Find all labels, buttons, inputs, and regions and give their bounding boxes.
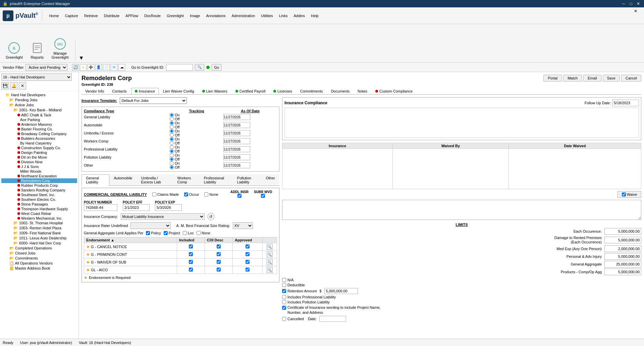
includes-professional-checkbox[interactable] <box>282 295 286 299</box>
portal-button[interactable]: Portal <box>543 75 562 81</box>
gl-on-radio-label[interactable]: On <box>170 113 223 117</box>
prim-coi-checkbox[interactable] <box>217 252 221 256</box>
menu-distribute[interactable]: Distribute <box>101 13 122 18</box>
general-aggregate-input[interactable] <box>604 261 641 268</box>
menu-greenlight[interactable]: Greenlight <box>164 13 186 18</box>
na-checkbox[interactable] <box>282 278 286 282</box>
go-button[interactable]: Go <box>212 64 221 71</box>
med-exp-input[interactable] <box>604 245 641 252</box>
umbrella-on-radio[interactable] <box>170 129 174 133</box>
tab-custom-compliance[interactable]: Custom Compliance <box>372 88 416 94</box>
filter-add-button[interactable]: ➕ <box>88 64 94 71</box>
cancel-included-checkbox[interactable] <box>189 244 193 248</box>
prof-on-radio[interactable] <box>170 145 174 149</box>
products-comp-input[interactable] <box>604 269 641 275</box>
policy-number-input[interactable] <box>84 204 117 211</box>
sidebar-item-baxter[interactable]: Baxter Flooring Co. <box>1 127 77 131</box>
menu-administration[interactable]: Administration <box>229 13 258 18</box>
subtab-workers-comp[interactable]: Workers Comp <box>173 174 199 185</box>
aico-coi-checkbox[interactable] <box>217 268 221 272</box>
menu-links[interactable]: Links <box>276 13 290 18</box>
sidebar-item-sanders[interactable]: Sanders Roofing Company <box>1 188 77 192</box>
occur-label[interactable]: Occur <box>184 192 199 196</box>
sidebar-item-anderson[interactable]: Anderson Masonry <box>1 122 77 127</box>
reports-toolbar-button[interactable]: Reports <box>27 40 47 61</box>
sidebar-item-1002[interactable]: 📂 1002- St. Thomas Hospital <box>1 221 77 226</box>
ins-company-select[interactable]: Mutual Liability Insurance <box>121 213 205 220</box>
menu-capture[interactable]: Capture <box>62 13 81 18</box>
prim-approved-checkbox[interactable] <box>246 252 250 256</box>
gl-off-radio[interactable] <box>170 117 174 121</box>
cancel-search-button[interactable]: 🔍 <box>267 244 273 250</box>
sidebar-item-northwest[interactable]: Northwest Excavation <box>1 174 77 178</box>
ins-company-refresh-button[interactable]: ↺ <box>207 213 215 220</box>
sidebar-item-design[interactable]: Design Painting <box>1 150 77 155</box>
menu-addins[interactable]: Addins <box>291 13 308 18</box>
personal-adv-input[interactable] <box>604 253 641 260</box>
sidebar-item-jj[interactable]: J J & Sons <box>1 164 77 169</box>
sidebar-item-closed[interactable]: 📂 Closed Jobs <box>1 251 77 256</box>
menu-apflow[interactable]: APFlow <box>123 13 141 18</box>
sidebar-item-builders[interactable]: Builders Accessories <box>1 136 77 141</box>
gl-off-radio-label[interactable]: Off <box>170 117 223 121</box>
prim-included-checkbox[interactable] <box>189 252 193 256</box>
sidebar-item-stone[interactable]: Stone Passages <box>1 202 77 207</box>
loc-agg-label[interactable]: Loc <box>183 231 194 235</box>
poll-off-radio[interactable] <box>170 157 174 161</box>
close-button[interactable]: ✕ <box>635 1 641 7</box>
sidebar-item-1001[interactable]: 📂 1001- Key Bank - Midland <box>1 108 77 113</box>
umbrella-off-radio[interactable] <box>170 133 174 137</box>
professional-date-input[interactable] <box>223 146 250 152</box>
vendor-dropdown[interactable]: 16 - Hard Hat Developers <box>1 73 72 81</box>
waiver-coi-checkbox[interactable] <box>217 260 221 264</box>
subtab-other[interactable]: Other <box>261 174 279 185</box>
filter-alert-button[interactable]: ⚠ <box>80 64 87 71</box>
gl-on-radio[interactable] <box>170 113 174 117</box>
prof-off-radio[interactable] <box>170 149 174 153</box>
menu-help[interactable]: Help <box>308 13 321 18</box>
sidebar-item-dit[interactable]: Dit on the Move <box>1 155 77 160</box>
retention-amount-input[interactable] <box>324 288 358 294</box>
none-checkbox[interactable] <box>204 192 208 196</box>
menu-home[interactable]: Home <box>46 13 61 18</box>
tab-documents[interactable]: Documents <box>327 88 354 94</box>
sidebar-item-1003[interactable]: 📂 1003- Renton Hotel Plaza <box>1 226 77 231</box>
sidebar-item-construction[interactable]: Construction Supply Co. <box>1 146 77 150</box>
sidebar-item-master[interactable]: 📒 Master Address Book <box>1 266 77 271</box>
poll-on-radio[interactable] <box>170 153 174 157</box>
tab-notes[interactable]: Notes <box>354 88 371 94</box>
filter-document-button[interactable]: 📄 <box>103 64 110 71</box>
sidebar-item-byhand[interactable]: By Hand Carpentry <box>1 141 77 146</box>
sidebar-save-button[interactable]: 💾 <box>1 82 9 90</box>
gl-date-input[interactable] <box>223 114 250 120</box>
ins-rater-select[interactable] <box>130 222 171 229</box>
match-button[interactable]: Match <box>563 75 582 81</box>
tab-vendor-info[interactable]: Vendor Info <box>82 88 108 94</box>
prof-off-radio-label[interactable]: Off <box>170 149 223 153</box>
workers-on-radio-label[interactable]: On <box>170 137 223 141</box>
workers-off-radio[interactable] <box>170 141 174 145</box>
none-label[interactable]: None <box>204 192 218 196</box>
umbrella-off-radio-label[interactable]: Off <box>170 133 223 137</box>
policy-agg-checkbox[interactable] <box>146 231 150 235</box>
waiver-search-button[interactable]: 🔍 <box>267 259 273 265</box>
sidebar-item-division[interactable]: Division Nine <box>1 160 77 164</box>
tab-licenses[interactable]: Licenses <box>270 88 296 94</box>
policy-agg-label[interactable]: Policy <box>146 231 161 235</box>
sidebar-item-miller[interactable]: Miller Woods <box>1 169 77 174</box>
goto-search-button[interactable]: 🔍 <box>195 64 204 71</box>
sidebar-item-allops[interactable]: 📋 All Operations Vendors <box>1 261 77 266</box>
other-date-input[interactable] <box>223 162 250 168</box>
menu-utilities[interactable]: Utilities <box>258 13 275 18</box>
filter-cloud-button[interactable]: ☁ <box>118 64 125 71</box>
auto-off-radio[interactable] <box>170 125 174 129</box>
menu-docroute[interactable]: DocRoute <box>142 13 163 18</box>
sidebar-item-southeast[interactable]: Southeast Steel, Inc. <box>1 192 77 197</box>
sidebar-item-hard-hat[interactable]: 📁 Hard Hat Developers <box>1 93 77 98</box>
menu-annotations[interactable]: Annotations <box>203 13 228 18</box>
sidebar-item-pending[interactable]: 📂 Pending Jobs <box>1 98 77 103</box>
other-off-radio-label[interactable]: Off <box>170 165 223 169</box>
sidebar-item-southern[interactable]: Southern Electric Co. <box>1 197 77 202</box>
insurance-template-select[interactable]: Default For Jobs <box>120 97 187 104</box>
auto-on-radio[interactable] <box>170 121 174 125</box>
